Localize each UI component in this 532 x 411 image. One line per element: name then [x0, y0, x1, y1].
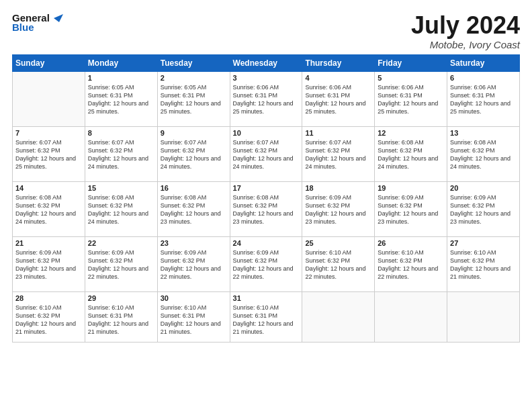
calendar-cell: 29Sunrise: 6:10 AM Sunset: 6:31 PM Dayli…: [85, 291, 157, 342]
day-info: Sunrise: 6:08 AM Sunset: 6:32 PM Dayligh…: [450, 138, 517, 171]
calendar-cell: 14Sunrise: 6:08 AM Sunset: 6:32 PM Dayli…: [13, 181, 85, 236]
calendar-container: General Blue July 2024 Motobe, Ivory Coa…: [0, 0, 532, 349]
day-number: 21: [15, 239, 82, 247]
calendar-cell: 26Sunrise: 6:10 AM Sunset: 6:32 PM Dayli…: [375, 236, 447, 291]
calendar-cell: 11Sunrise: 6:07 AM Sunset: 6:32 PM Dayli…: [302, 126, 375, 181]
day-number: 11: [305, 129, 371, 137]
location: Motobe, Ivory Coast: [411, 39, 520, 50]
logo-blue: Blue: [12, 21, 34, 33]
day-info: Sunrise: 6:10 AM Sunset: 6:32 PM Dayligh…: [450, 248, 517, 281]
day-info: Sunrise: 6:06 AM Sunset: 6:31 PM Dayligh…: [378, 83, 444, 116]
calendar-cell: 3Sunrise: 6:06 AM Sunset: 6:31 PM Daylig…: [230, 71, 302, 126]
calendar-cell: 15Sunrise: 6:08 AM Sunset: 6:32 PM Dayli…: [85, 181, 157, 236]
day-number: 13: [450, 129, 517, 137]
day-number: 25: [305, 239, 371, 247]
week-row-4: 28Sunrise: 6:10 AM Sunset: 6:32 PM Dayli…: [13, 291, 520, 342]
week-row-0: 1Sunrise: 6:05 AM Sunset: 6:31 PM Daylig…: [13, 71, 520, 126]
day-info: Sunrise: 6:09 AM Sunset: 6:32 PM Dayligh…: [15, 248, 82, 281]
col-monday: Monday: [85, 54, 157, 71]
day-number: 4: [305, 74, 371, 82]
week-row-2: 14Sunrise: 6:08 AM Sunset: 6:32 PM Dayli…: [13, 181, 520, 236]
week-row-3: 21Sunrise: 6:09 AM Sunset: 6:32 PM Dayli…: [13, 236, 520, 291]
calendar-cell: 22Sunrise: 6:09 AM Sunset: 6:32 PM Dayli…: [85, 236, 157, 291]
day-number: 5: [378, 74, 444, 82]
svg-marker-0: [54, 14, 63, 22]
day-number: 9: [161, 129, 227, 137]
calendar-cell: 25Sunrise: 6:10 AM Sunset: 6:32 PM Dayli…: [302, 236, 375, 291]
calendar-cell: 23Sunrise: 6:09 AM Sunset: 6:32 PM Dayli…: [157, 236, 230, 291]
day-info: Sunrise: 6:07 AM Sunset: 6:32 PM Dayligh…: [161, 138, 227, 171]
calendar-cell: 20Sunrise: 6:09 AM Sunset: 6:32 PM Dayli…: [447, 181, 520, 236]
calendar-cell: 12Sunrise: 6:08 AM Sunset: 6:32 PM Dayli…: [375, 126, 447, 181]
day-number: 2: [161, 74, 227, 82]
day-number: 26: [378, 239, 444, 247]
day-info: Sunrise: 6:10 AM Sunset: 6:31 PM Dayligh…: [161, 304, 227, 336]
col-sunday: Sunday: [13, 54, 85, 71]
day-info: Sunrise: 6:07 AM Sunset: 6:32 PM Dayligh…: [15, 138, 82, 171]
day-number: 15: [88, 184, 154, 192]
day-number: 28: [15, 294, 82, 302]
title-block: July 2024 Motobe, Ivory Coast: [411, 12, 520, 50]
day-number: 23: [161, 239, 227, 247]
day-info: Sunrise: 6:10 AM Sunset: 6:31 PM Dayligh…: [88, 304, 154, 336]
col-saturday: Saturday: [447, 54, 520, 71]
day-info: Sunrise: 6:09 AM Sunset: 6:32 PM Dayligh…: [450, 193, 517, 226]
calendar-cell: 7Sunrise: 6:07 AM Sunset: 6:32 PM Daylig…: [13, 126, 85, 181]
calendar-cell: 16Sunrise: 6:08 AM Sunset: 6:32 PM Dayli…: [157, 181, 230, 236]
calendar-cell: 13Sunrise: 6:08 AM Sunset: 6:32 PM Dayli…: [447, 126, 520, 181]
calendar-cell: 8Sunrise: 6:07 AM Sunset: 6:32 PM Daylig…: [85, 126, 157, 181]
day-number: 27: [450, 239, 517, 247]
calendar-cell: 28Sunrise: 6:10 AM Sunset: 6:32 PM Dayli…: [13, 291, 85, 342]
day-info: Sunrise: 6:07 AM Sunset: 6:32 PM Dayligh…: [305, 138, 371, 171]
calendar-cell: [375, 291, 447, 342]
day-number: 6: [450, 74, 517, 82]
day-info: Sunrise: 6:07 AM Sunset: 6:32 PM Dayligh…: [233, 138, 300, 171]
col-wednesday: Wednesday: [230, 54, 302, 71]
calendar-cell: 2Sunrise: 6:05 AM Sunset: 6:31 PM Daylig…: [157, 71, 230, 126]
calendar-cell: 17Sunrise: 6:08 AM Sunset: 6:32 PM Dayli…: [230, 181, 302, 236]
calendar-cell: 4Sunrise: 6:06 AM Sunset: 6:31 PM Daylig…: [302, 71, 375, 126]
calendar-cell: 18Sunrise: 6:09 AM Sunset: 6:32 PM Dayli…: [302, 181, 375, 236]
calendar-cell: [447, 291, 520, 342]
day-info: Sunrise: 6:07 AM Sunset: 6:32 PM Dayligh…: [88, 138, 154, 171]
calendar-cell: 31Sunrise: 6:10 AM Sunset: 6:31 PM Dayli…: [230, 291, 302, 342]
day-number: 12: [378, 129, 444, 137]
day-number: 18: [305, 184, 371, 192]
day-info: Sunrise: 6:10 AM Sunset: 6:32 PM Dayligh…: [15, 304, 82, 336]
week-row-1: 7Sunrise: 6:07 AM Sunset: 6:32 PM Daylig…: [13, 126, 520, 181]
calendar-cell: 1Sunrise: 6:05 AM Sunset: 6:31 PM Daylig…: [85, 71, 157, 126]
day-number: 19: [378, 184, 444, 192]
logo: General Blue: [12, 12, 63, 33]
day-info: Sunrise: 6:10 AM Sunset: 6:31 PM Dayligh…: [233, 304, 300, 336]
day-number: 29: [88, 294, 154, 302]
calendar-table: Sunday Monday Tuesday Wednesday Thursday…: [12, 54, 520, 342]
day-number: 14: [15, 184, 82, 192]
day-info: Sunrise: 6:05 AM Sunset: 6:31 PM Dayligh…: [88, 83, 154, 116]
day-info: Sunrise: 6:10 AM Sunset: 6:32 PM Dayligh…: [305, 248, 371, 281]
calendar-cell: 30Sunrise: 6:10 AM Sunset: 6:31 PM Dayli…: [157, 291, 230, 342]
day-number: 31: [233, 294, 300, 302]
day-info: Sunrise: 6:09 AM Sunset: 6:32 PM Dayligh…: [378, 193, 444, 226]
header-row: Sunday Monday Tuesday Wednesday Thursday…: [13, 54, 520, 71]
day-number: 22: [88, 239, 154, 247]
logo-bird-icon: [51, 13, 63, 24]
day-info: Sunrise: 6:09 AM Sunset: 6:32 PM Dayligh…: [161, 248, 227, 281]
day-info: Sunrise: 6:08 AM Sunset: 6:32 PM Dayligh…: [15, 193, 82, 226]
calendar-cell: 6Sunrise: 6:06 AM Sunset: 6:31 PM Daylig…: [447, 71, 520, 126]
col-friday: Friday: [375, 54, 447, 71]
day-number: 16: [161, 184, 227, 192]
col-thursday: Thursday: [302, 54, 375, 71]
day-number: 3: [233, 74, 300, 82]
col-tuesday: Tuesday: [157, 54, 230, 71]
day-info: Sunrise: 6:09 AM Sunset: 6:32 PM Dayligh…: [88, 248, 154, 281]
day-number: 30: [161, 294, 227, 302]
day-number: 20: [450, 184, 517, 192]
calendar-cell: 9Sunrise: 6:07 AM Sunset: 6:32 PM Daylig…: [157, 126, 230, 181]
day-info: Sunrise: 6:06 AM Sunset: 6:31 PM Dayligh…: [450, 83, 517, 116]
day-info: Sunrise: 6:09 AM Sunset: 6:32 PM Dayligh…: [305, 193, 371, 226]
day-info: Sunrise: 6:08 AM Sunset: 6:32 PM Dayligh…: [88, 193, 154, 226]
day-number: 8: [88, 129, 154, 137]
day-info: Sunrise: 6:05 AM Sunset: 6:31 PM Dayligh…: [161, 83, 227, 116]
day-number: 24: [233, 239, 300, 247]
calendar-cell: [13, 71, 85, 126]
